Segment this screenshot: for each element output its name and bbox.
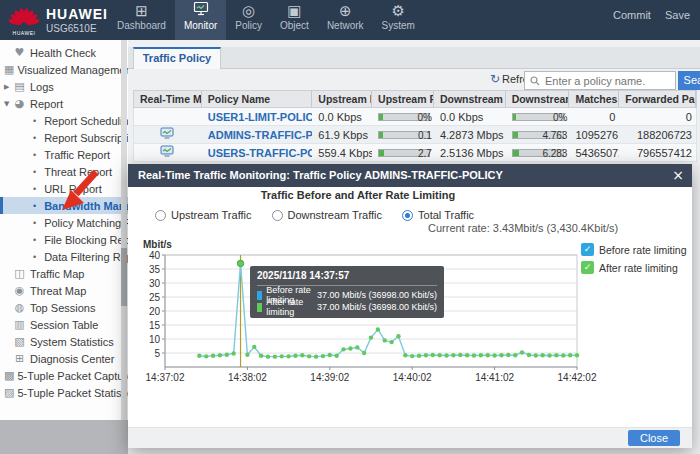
policy-link[interactable]: USERS-TRAFFIC-POLICY xyxy=(208,147,313,159)
object-icon: ▣ xyxy=(280,0,309,20)
sidebar-item-system-statistics[interactable]: ▧ System Statistics xyxy=(0,333,128,350)
sidebar-scrollbar[interactable] xyxy=(121,40,127,420)
diagnosis-center-icon: ⊞ xyxy=(12,352,27,365)
traffic-map-icon: ◫ xyxy=(12,267,27,280)
huawei-flower-icon xyxy=(9,3,39,27)
chart-legend: ✓ Before rate limiting ✓ After rate limi… xyxy=(581,243,687,279)
sidebar-item-5-tuple-packet-statistics[interactable]: ▨ 5-Tuple Packet Statistics xyxy=(0,384,128,401)
sidebar-item-threat-map[interactable]: ◉ Threat Map xyxy=(0,282,128,299)
dialog-titlebar: Real-Time Traffic Monitoring: Traffic Po… xyxy=(128,164,692,187)
policy-link[interactable]: ADMINS-TRAFFIC-POLICY xyxy=(208,129,313,141)
upstream-rate-value: 61.9 Kbps xyxy=(312,126,372,143)
downstream-pct: 0% xyxy=(553,109,567,125)
policy-link[interactable]: USER1-LIMIT-POLICY xyxy=(208,111,313,123)
sidebar-item-policy-matching-report[interactable]: Policy Matching Report xyxy=(0,214,128,231)
series-color-swatch xyxy=(257,303,262,312)
radio-circle-icon xyxy=(272,210,283,221)
radio-upstream-traffic[interactable]: Upstream Traffic xyxy=(155,209,252,221)
sidebar-item-data-filtering-report[interactable]: Data Filtering Report xyxy=(0,248,128,265)
session-table-icon: ▥ xyxy=(12,318,27,331)
downstream-pct: 6.283 xyxy=(542,145,567,161)
sidebar-item-report[interactable]: ▼ ◕ Report xyxy=(0,95,128,112)
svg-text:5: 5 xyxy=(154,348,160,359)
nav-object[interactable]: ▣ Object xyxy=(271,0,318,40)
top-header: HUAWEI HUAWEI USG6510E ⊞ Dashboard Monit… xyxy=(0,0,700,40)
traffic-direction-radios: Upstream Traffic Downstream Traffic Tota… xyxy=(155,209,474,221)
system-gear-icon: ⚙ xyxy=(382,0,415,20)
forwarded-packets-value: 188206723 xyxy=(619,126,696,143)
legend-before-rate-limiting[interactable]: ✓ Before rate limiting xyxy=(581,243,687,256)
nav-label: Monitor xyxy=(184,20,217,32)
sidebar-item-diagnosis-center[interactable]: ⊞ Diagnosis Center xyxy=(0,350,128,367)
scrollbar-thumb[interactable] xyxy=(121,248,127,306)
col-upstream-rate[interactable]: Upstream Rate xyxy=(312,91,372,107)
report-icon: ◕ xyxy=(12,97,27,110)
radio-total-traffic[interactable]: Total Traffic xyxy=(402,209,474,221)
svg-text:30: 30 xyxy=(149,278,161,289)
sidebar-item-health-check[interactable]: ♥ Health Check xyxy=(0,44,128,61)
sidebar-item-logs[interactable]: ▶ ▤ Logs xyxy=(0,78,128,95)
col-matches[interactable]: Matches xyxy=(569,91,619,107)
packet-capture-icon: ▩ xyxy=(4,369,14,382)
nav-network[interactable]: ⊕ Network xyxy=(318,0,373,40)
downstream-rate-value: 0.0 Kbps xyxy=(434,108,506,125)
realtime-monitor-icon[interactable] xyxy=(160,144,174,161)
col-upstream-rate-pct[interactable]: Upstream Rat... xyxy=(372,91,434,107)
col-downstream-rate-pct[interactable]: Downstream Ra... xyxy=(506,91,570,107)
search-input[interactable] xyxy=(543,72,673,89)
radio-downstream-traffic[interactable]: Downstream Traffic xyxy=(272,209,383,221)
sidebar-item-session-table[interactable]: ▥ Session Table xyxy=(0,316,128,333)
save-button[interactable]: Save xyxy=(665,9,690,21)
svg-text:20: 20 xyxy=(149,306,161,317)
sidebar-item-report-scheduling[interactable]: Report Scheduling xyxy=(0,112,128,129)
expanded-caret-icon: ▼ xyxy=(0,100,12,108)
tab-traffic-policy[interactable]: Traffic Policy xyxy=(133,47,221,69)
header-actions: Commit Save xyxy=(613,9,690,21)
forwarded-packets-value: 0 xyxy=(619,108,696,125)
dialog-footer: Close xyxy=(128,427,692,448)
close-button[interactable]: Close xyxy=(628,430,680,446)
tooltip-timestamp: 2025/11/18 14:37:57 xyxy=(257,269,437,283)
col-policy-name[interactable]: Policy Name xyxy=(202,91,313,107)
visualized-management-icon: ▦ xyxy=(4,63,14,76)
upstream-rate-value: 559.4 Kbps xyxy=(312,144,372,161)
svg-text:40: 40 xyxy=(149,250,161,261)
search-button[interactable]: Search xyxy=(678,71,700,90)
nav-dashboard[interactable]: ⊞ Dashboard xyxy=(108,0,175,40)
sidebar-item-file-blocking-report[interactable]: File Blocking Report xyxy=(0,231,128,248)
current-rate-text: Current rate: 3.43Mbit/s (3,430.4Kbit/s) xyxy=(428,222,618,234)
realtime-monitoring-dialog: Real-Time Traffic Monitoring: Traffic Po… xyxy=(128,164,692,448)
svg-text:25: 25 xyxy=(149,292,161,303)
checked-checkbox-icon: ✓ xyxy=(581,261,594,274)
nav-monitor[interactable]: Monitor xyxy=(175,0,226,40)
commit-button[interactable]: Commit xyxy=(613,9,651,21)
sidebar-menu: ♥ Health Check ▦ Visualized Management ▶… xyxy=(0,40,128,420)
nav-label: Network xyxy=(327,20,364,32)
checked-checkbox-icon: ✓ xyxy=(581,243,594,256)
radio-circle-icon xyxy=(155,210,166,221)
svg-text:15: 15 xyxy=(149,320,161,331)
close-icon[interactable]: × xyxy=(672,164,684,187)
legend-after-rate-limiting[interactable]: ✓ After rate limiting xyxy=(581,261,687,274)
sidebar-item-top-sessions[interactable]: ◍ Top Sessions xyxy=(0,299,128,316)
nav-label: System xyxy=(382,20,415,32)
logs-icon: ▤ xyxy=(12,80,27,93)
nav-system[interactable]: ⚙ System xyxy=(373,0,424,40)
col-realtime-monitoring[interactable]: Real-Time Monit... xyxy=(134,91,202,107)
threat-map-icon: ◉ xyxy=(12,284,27,297)
sidebar-item-visualized-management[interactable]: ▦ Visualized Management xyxy=(0,61,128,78)
device-model: USG6510E xyxy=(46,23,97,34)
nav-policy[interactable]: ◎ Policy xyxy=(226,0,271,40)
top-sessions-icon: ◍ xyxy=(12,301,27,314)
col-downstream-rate[interactable]: Downstream Rate xyxy=(434,91,506,107)
sidebar-item-report-subscription[interactable]: Report Subscription xyxy=(0,129,128,146)
col-forwarded-packets[interactable]: Forwarded Packets xyxy=(619,91,696,107)
svg-text:Mbit/s: Mbit/s xyxy=(143,239,172,250)
svg-text:10: 10 xyxy=(149,334,161,345)
sidebar-item-5-tuple-packet-capture[interactable]: ▩ 5-Tuple Packet Capture xyxy=(0,367,128,384)
sidebar-item-traffic-report[interactable]: Traffic Report xyxy=(0,146,128,163)
realtime-monitor-icon[interactable] xyxy=(160,126,174,143)
svg-text:14:37:02: 14:37:02 xyxy=(146,372,185,383)
svg-text:35: 35 xyxy=(149,264,161,275)
sidebar-item-traffic-map[interactable]: ◫ Traffic Map xyxy=(0,265,128,282)
